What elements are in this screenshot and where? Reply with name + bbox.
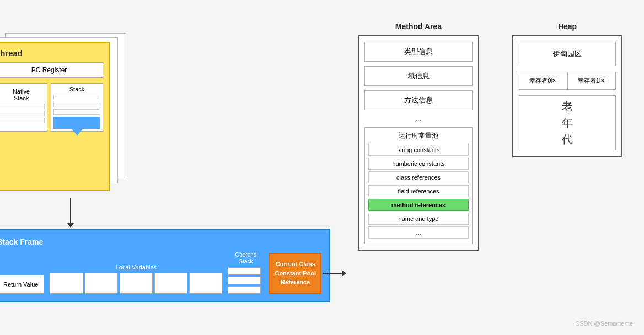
dots-1: ... <box>364 115 473 123</box>
pool-field-references: field references <box>368 185 469 197</box>
stack-line <box>0 118 45 123</box>
operand-stack-label: OperandStack <box>228 252 264 265</box>
thread-section: Thread PC Register NativeStack <box>0 33 137 204</box>
pool-name-type: name and type <box>368 213 469 225</box>
survivor-0: 幸存者0区 <box>519 72 568 89</box>
native-stack: NativeStack <box>0 83 47 132</box>
old-gen-label: 老年代 <box>562 98 573 148</box>
local-var-3 <box>120 273 153 294</box>
blue-triangle-arrow <box>72 129 83 136</box>
local-var-2 <box>85 273 118 294</box>
survivor-row: 幸存者0区 幸存者1区 <box>519 72 616 90</box>
operand-cell-1 <box>228 267 261 275</box>
pool-numeric-constants: numberic constants <box>368 158 469 170</box>
method-area: Method Area 类型信息 域信息 方法信息 ... 运行时常量池 str… <box>358 22 479 251</box>
native-stack-label: NativeStack <box>0 88 45 101</box>
vertical-arrow-line <box>70 198 71 226</box>
horizontal-arrow <box>323 270 346 277</box>
thread-label: Thread <box>0 48 103 58</box>
stack-line <box>53 109 100 115</box>
heap-box: 伊甸园区 幸存者0区 幸存者1区 老年代 <box>512 35 622 157</box>
field-info-row: 域信息 <box>364 66 473 86</box>
method-area-title: Method Area <box>358 22 479 31</box>
main-container: Thread PC Register NativeStack <box>0 0 644 335</box>
stack-line <box>53 102 100 107</box>
eden-zone: 伊甸园区 <box>519 42 616 66</box>
stack-frame-label: Stack Frame <box>0 237 321 246</box>
survivor-1: 幸存者1区 <box>568 72 616 89</box>
heap-title: Heap <box>512 22 622 31</box>
stack-box: Stack <box>51 83 103 132</box>
return-value-box: Return Value <box>0 275 44 294</box>
blue-bar <box>53 117 100 129</box>
arrow-line <box>323 273 342 274</box>
type-info-row: 类型信息 <box>364 42 473 62</box>
stack-line <box>0 111 45 116</box>
stack-line <box>0 104 45 109</box>
pool-method-references: method references <box>368 199 469 211</box>
pool-class-references: class references <box>368 171 469 183</box>
stack-line <box>53 95 100 100</box>
watermark: CSDN @Semanteme <box>575 320 633 327</box>
old-gen: 老年代 <box>519 95 616 150</box>
heap-area: Heap 伊甸园区 幸存者0区 幸存者1区 老年代 <box>512 22 622 157</box>
runtime-pool-label: 运行时常量池 <box>368 131 469 141</box>
pool-dots: ... <box>368 226 469 239</box>
stack-label: Stack <box>53 86 100 93</box>
local-var-4 <box>154 273 187 294</box>
pc-register: PC Register <box>0 62 103 78</box>
local-variables-section: Local Variables <box>50 264 222 294</box>
local-var-1 <box>50 273 83 294</box>
runtime-pool-box: 运行时常量池 string constants numberic constan… <box>364 127 473 244</box>
operand-cell-3 <box>228 286 261 294</box>
operand-stack-section: OperandStack <box>228 252 264 294</box>
operand-cell-2 <box>228 277 261 284</box>
method-info-row: 方法信息 <box>364 90 473 110</box>
thread-box: Thread PC Register NativeStack <box>0 42 110 191</box>
pool-string-constants: string constants <box>368 144 469 156</box>
local-var-5 <box>189 273 222 294</box>
arrowhead <box>342 270 346 277</box>
current-class-box: Current ClassConstant PoolReference <box>269 253 321 294</box>
vertical-arrowhead <box>67 223 74 228</box>
stack-frame-box: Stack Frame Return Value Local Variables <box>0 229 330 302</box>
local-variables-label: Local Variables <box>50 264 222 271</box>
method-area-box: 类型信息 域信息 方法信息 ... 运行时常量池 string constant… <box>358 35 479 251</box>
